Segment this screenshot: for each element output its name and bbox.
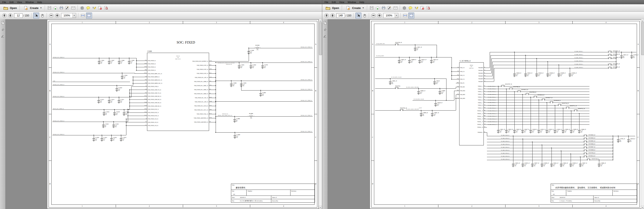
svg-text:C1920: C1920 bbox=[124, 75, 128, 76]
menu-file[interactable]: File bbox=[323, 1, 330, 4]
svg-text:PP0V805_SOC_FIXED_S1: PP0V805_SOC_FIXED_S1 bbox=[53, 72, 64, 73]
print-button[interactable] bbox=[381, 5, 386, 11]
hand-tool-button[interactable] bbox=[362, 13, 368, 18]
title-block: Title鑫智造图纸SizeA4NumberRevisionDate:2024/… bbox=[231, 184, 315, 202]
doc-delete-button[interactable] bbox=[420, 5, 425, 11]
capacitor-C1913: C19132.2UF20%6.3V bbox=[98, 97, 104, 103]
fit-page-button[interactable] bbox=[408, 13, 414, 19]
fit-width-button[interactable] bbox=[80, 13, 86, 18]
fit-width-button[interactable] bbox=[402, 13, 408, 18]
save-button[interactable] bbox=[369, 5, 374, 11]
signatures-button[interactable] bbox=[323, 34, 327, 38]
scroll-up-button[interactable]: ▲ bbox=[641, 19, 644, 23]
vertical-scrollbar[interactable]: ▲ ▼ bbox=[318, 19, 322, 209]
svg-text:0.912V: 0.912V bbox=[419, 107, 422, 108]
main-toolbar: Open Create ▼ T bbox=[0, 4, 322, 12]
menu-file[interactable]: File bbox=[1, 1, 8, 4]
settings-gear-button[interactable] bbox=[402, 5, 407, 11]
doc-delete-button[interactable] bbox=[98, 5, 103, 11]
svg-text:VDDAL_10: VDDAL_10 bbox=[477, 110, 483, 111]
svg-text:PP0V805_SOC_FIXED_S1: PP0V805_SOC_FIXED_S1 bbox=[301, 100, 312, 101]
pdf-page[interactable]: 11223344AABBCCDDSOC: FIXEDU1000COLL-6GCS… bbox=[47, 20, 318, 208]
menu-window[interactable]: Window bbox=[346, 1, 358, 4]
zoom-dropdown-arrow[interactable]: ▼ bbox=[395, 13, 398, 18]
capacitor-C1960: C19600.1UF20%6.3V bbox=[234, 132, 240, 138]
zoom-dropdown-arrow[interactable]: ▼ bbox=[72, 13, 76, 18]
save-button[interactable] bbox=[47, 5, 52, 11]
doc-search-button[interactable] bbox=[426, 5, 431, 11]
zoom-out-button[interactable] bbox=[48, 13, 54, 18]
previous-page-button[interactable] bbox=[324, 13, 329, 18]
scroll-thumb[interactable] bbox=[319, 23, 322, 55]
svg-text:XW4302_E: XW4302_E bbox=[613, 57, 620, 58]
attachments-button[interactable] bbox=[1, 28, 4, 31]
sign-button[interactable] bbox=[387, 5, 392, 11]
comment-button[interactable] bbox=[408, 5, 413, 11]
doc-search-button[interactable] bbox=[103, 5, 109, 11]
hand-tool-button[interactable] bbox=[40, 13, 45, 18]
zoom-level-select[interactable]: 100% ▼ bbox=[383, 13, 398, 18]
svg-text:2: 2 bbox=[505, 85, 505, 86]
pdf-page[interactable]: 11223344AABBCCDD0V744_LDOI7_SNS12XW4703_… bbox=[370, 20, 641, 208]
open-button[interactable]: Open bbox=[324, 5, 340, 11]
menu-view[interactable]: View bbox=[15, 1, 24, 4]
highlight-text-button[interactable]: T bbox=[92, 5, 97, 11]
upload-cloud-button[interactable] bbox=[375, 5, 380, 11]
menu-edit[interactable]: Edit bbox=[8, 1, 15, 4]
select-tool-button[interactable] bbox=[356, 13, 362, 19]
capacitor-C4618_E: C4618_E4UF20%6.3V bbox=[627, 136, 635, 142]
open-button[interactable]: Open bbox=[1, 5, 18, 11]
menu-help[interactable]: Help bbox=[358, 1, 366, 4]
menu-edit[interactable]: Edit bbox=[330, 1, 338, 4]
pdf-viewer-window-right: File Edit View Window Help Open Create ▼… bbox=[322, 0, 644, 209]
svg-text:6.3V: 6.3V bbox=[571, 76, 573, 76]
scroll-down-button[interactable]: ▼ bbox=[319, 206, 322, 209]
svg-text:C4641_E: C4641_E bbox=[553, 162, 558, 164]
svg-text:AW48: AW48 bbox=[209, 101, 212, 102]
zoom-in-button[interactable] bbox=[54, 13, 60, 18]
menu-window[interactable]: Window bbox=[24, 1, 36, 4]
page-thumbnails-button[interactable] bbox=[1, 21, 4, 25]
scroll-up-button[interactable]: ▲ bbox=[319, 19, 322, 23]
upload-cloud-button[interactable] bbox=[53, 5, 58, 11]
settings-gear-button[interactable] bbox=[80, 5, 85, 11]
select-tool-button[interactable] bbox=[33, 13, 39, 19]
zoom-level-select[interactable]: 100% ▼ bbox=[61, 13, 76, 18]
menu-help[interactable]: Help bbox=[36, 1, 44, 4]
print-button[interactable] bbox=[58, 5, 64, 11]
attachments-button[interactable] bbox=[323, 28, 327, 31]
svg-text:VDD_FIXED_PCIE_S1: VDD_FIXED_PCIE_S1 bbox=[148, 112, 159, 113]
fit-page-button[interactable] bbox=[86, 13, 92, 19]
next-page-button[interactable] bbox=[330, 13, 335, 18]
email-button[interactable] bbox=[393, 5, 398, 11]
svg-text:1: 1 bbox=[549, 101, 550, 102]
svg-text:Title: Title bbox=[232, 184, 234, 186]
scroll-thumb[interactable] bbox=[641, 23, 644, 55]
next-page-button[interactable] bbox=[8, 13, 13, 18]
zoom-in-button[interactable] bbox=[377, 13, 382, 18]
svg-text:1: 1 bbox=[608, 51, 608, 52]
page-number-input[interactable] bbox=[336, 13, 345, 18]
page-thumbnails-button[interactable] bbox=[323, 21, 327, 25]
sign-button[interactable] bbox=[64, 5, 70, 11]
svg-text:VDD_FIXED_MIPID_S1: VDD_FIXED_MIPID_S1 bbox=[148, 76, 160, 78]
comment-button[interactable] bbox=[86, 5, 91, 11]
capacitor-C1950: C19502.2UF20%6.3V bbox=[92, 135, 99, 141]
create-button[interactable]: Create ▼ bbox=[344, 5, 366, 11]
svg-text:A: A bbox=[315, 43, 316, 45]
signatures-button[interactable] bbox=[1, 34, 4, 38]
scroll-down-button[interactable]: ▼ bbox=[641, 206, 644, 209]
email-button[interactable] bbox=[70, 5, 76, 11]
svg-text:6.3V: 6.3V bbox=[515, 166, 516, 166]
create-button[interactable]: Create ▼ bbox=[21, 5, 43, 11]
menu-view[interactable]: View bbox=[338, 1, 346, 4]
vertical-scrollbar[interactable]: ▲ ▼ bbox=[641, 19, 644, 209]
svg-text:C4614_E: C4614_E bbox=[433, 59, 438, 60]
svg-text:25V: 25V bbox=[131, 63, 132, 64]
svg-text:F13: F13 bbox=[457, 70, 459, 72]
previous-page-button[interactable] bbox=[2, 13, 7, 18]
page-number-input[interactable] bbox=[14, 13, 22, 18]
zoom-out-button[interactable] bbox=[371, 13, 376, 18]
svg-text:XW4708_E: XW4708_E bbox=[513, 86, 520, 88]
highlight-text-button[interactable]: T bbox=[414, 5, 419, 11]
